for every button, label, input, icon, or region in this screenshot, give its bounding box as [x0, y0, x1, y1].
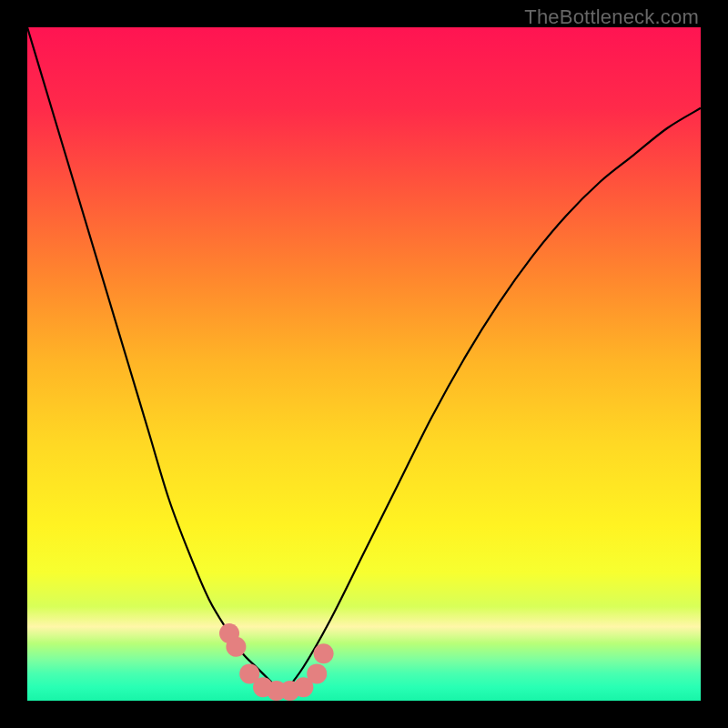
marker-dot — [307, 663, 327, 683]
marker-dot — [314, 643, 334, 663]
right-curve — [283, 108, 701, 694]
plot-area — [27, 27, 701, 701]
curves-svg — [27, 27, 701, 701]
marker-group — [219, 623, 334, 701]
chart-frame: TheBottleneck.com — [0, 0, 728, 728]
marker-dot — [226, 637, 246, 657]
left-curve — [27, 27, 283, 694]
watermark-text: TheBottleneck.com — [524, 5, 699, 29]
